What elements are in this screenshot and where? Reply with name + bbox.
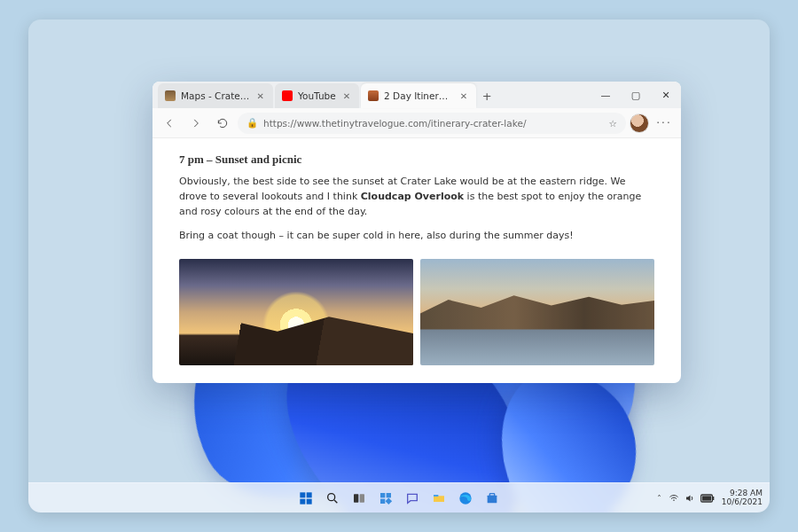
svg-rect-16 xyxy=(702,496,711,500)
date-text: 10/6/2021 xyxy=(722,498,763,506)
favicon-nps xyxy=(165,90,176,101)
clock[interactable]: 9:28 AM 10/6/2021 xyxy=(722,489,763,506)
url-text: https://www.thetinytravelogue.com/itiner… xyxy=(263,118,604,129)
svg-rect-2 xyxy=(300,498,305,504)
browser-toolbar: 🔒 https://www.thetinytravelogue.com/itin… xyxy=(153,108,681,138)
close-tab-icon[interactable]: ✕ xyxy=(255,91,266,101)
photo-row xyxy=(179,259,654,365)
svg-rect-11 xyxy=(434,495,438,497)
article-paragraph-2: Bring a coat though – it can be super co… xyxy=(179,228,654,243)
svg-rect-9 xyxy=(380,498,385,503)
back-button[interactable] xyxy=(158,112,181,135)
svg-rect-17 xyxy=(713,497,714,500)
system-tray: ˄ 9:28 AM 10/6/2021 xyxy=(657,489,763,506)
tray-chevron-icon[interactable]: ˄ xyxy=(657,494,661,503)
svg-rect-10 xyxy=(386,497,393,505)
taskbar: ˄ 9:28 AM 10/6/2021 xyxy=(28,482,770,512)
chat-button[interactable] xyxy=(403,489,422,508)
edge-browser-button[interactable] xyxy=(456,489,475,508)
search-button[interactable] xyxy=(323,489,342,508)
favicon-youtube xyxy=(282,90,293,101)
widgets-button[interactable] xyxy=(376,489,395,508)
svg-rect-8 xyxy=(387,493,391,497)
svg-rect-3 xyxy=(307,498,312,504)
article-paragraph-1: Obviously, the best side to see the suns… xyxy=(179,174,654,219)
close-tab-icon[interactable]: ✕ xyxy=(341,91,352,101)
svg-rect-5 xyxy=(354,494,358,502)
tab-youtube[interactable]: YouTube ✕ xyxy=(275,83,359,108)
tab-strip: Maps - Crater Lake ✕ YouTube ✕ 2 Day Iti… xyxy=(158,83,591,108)
favorite-star-icon[interactable]: ☆ xyxy=(609,118,617,129)
task-view-button[interactable] xyxy=(349,489,369,508)
tab-itinerary[interactable]: 2 Day Itinerary ✕ xyxy=(361,83,476,108)
tab-label: Maps - Crater Lake xyxy=(181,90,250,101)
tab-label: 2 Day Itinerary xyxy=(384,90,453,101)
refresh-button[interactable] xyxy=(211,112,234,135)
titlebar[interactable]: Maps - Crater Lake ✕ YouTube ✕ 2 Day Iti… xyxy=(153,82,681,108)
browser-window: Maps - Crater Lake ✕ YouTube ✕ 2 Day Iti… xyxy=(153,82,681,383)
close-window-button[interactable]: ✕ xyxy=(651,82,681,108)
maximize-button[interactable]: ▢ xyxy=(621,82,651,108)
lock-icon: 🔒 xyxy=(246,117,258,129)
taskbar-center xyxy=(296,489,502,508)
svg-rect-0 xyxy=(300,492,305,497)
profile-avatar[interactable] xyxy=(630,113,649,133)
tray-status-icons[interactable] xyxy=(669,493,715,504)
wifi-icon xyxy=(669,493,679,504)
new-tab-button[interactable]: + xyxy=(476,83,497,108)
favicon-itinerary xyxy=(368,90,379,101)
article-heading: 7 pm – Sunset and picnic xyxy=(179,151,654,168)
svg-rect-7 xyxy=(380,493,385,497)
tab-maps[interactable]: Maps - Crater Lake ✕ xyxy=(158,83,273,108)
battery-icon xyxy=(700,494,715,503)
svg-rect-1 xyxy=(307,492,312,497)
forward-button[interactable] xyxy=(184,112,207,135)
store-button[interactable] xyxy=(482,489,502,508)
close-tab-icon[interactable]: ✕ xyxy=(458,91,469,101)
address-bar[interactable]: 🔒 https://www.thetinytravelogue.com/itin… xyxy=(238,113,626,134)
minimize-button[interactable]: — xyxy=(591,82,621,108)
desktop: Maps - Crater Lake ✕ YouTube ✕ 2 Day Iti… xyxy=(28,20,770,512)
tab-label: YouTube xyxy=(298,90,336,101)
volume-icon xyxy=(685,493,695,504)
start-button[interactable] xyxy=(296,489,316,508)
svg-rect-6 xyxy=(360,494,364,502)
page-content[interactable]: 7 pm – Sunset and picnic Obviously, the … xyxy=(153,138,681,383)
window-controls: — ▢ ✕ xyxy=(591,82,681,108)
settings-menu-button[interactable]: ··· xyxy=(653,112,676,135)
photo-cliffs[interactable] xyxy=(420,259,654,365)
svg-rect-14 xyxy=(489,493,494,496)
photo-sunset[interactable] xyxy=(179,259,413,365)
svg-point-4 xyxy=(328,493,335,500)
file-explorer-button[interactable] xyxy=(429,489,449,508)
